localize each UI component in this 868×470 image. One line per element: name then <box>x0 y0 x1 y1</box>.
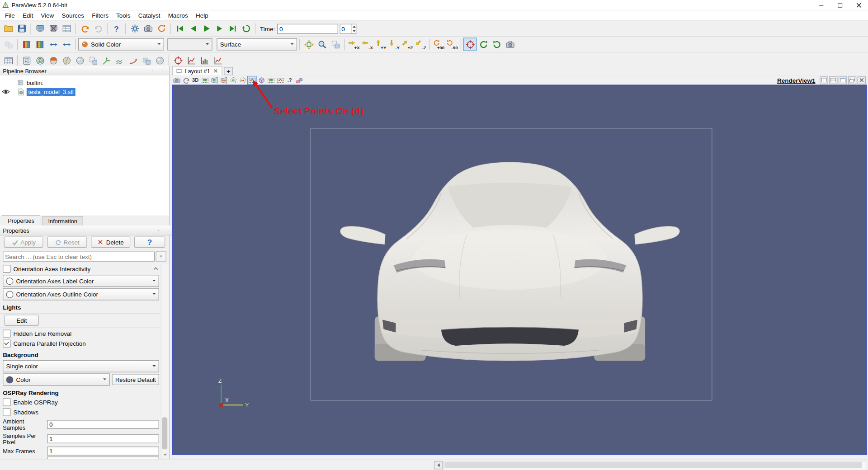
show-center-axes-toggle[interactable] <box>463 38 476 51</box>
apply-button[interactable]: Apply <box>4 237 43 248</box>
representation-combo[interactable]: Surface <box>217 38 297 51</box>
pipeline-item-tesla[interactable]: tesla_model_3.stl <box>0 87 169 96</box>
menu-edit[interactable]: Edit <box>19 10 37 20</box>
edit-lights-button[interactable]: Edit <box>5 315 39 326</box>
menu-help[interactable]: Help <box>192 10 212 20</box>
view-plus-y-button[interactable]: +Y <box>373 38 387 51</box>
block-colors-button[interactable] <box>2 38 15 51</box>
save-state-button[interactable] <box>60 22 73 35</box>
view-plus-z-button[interactable]: +Z <box>400 38 413 51</box>
undo-button[interactable] <box>78 22 91 35</box>
spreadsheet-view-button[interactable] <box>2 54 15 67</box>
auto-apply-toggle[interactable] <box>128 22 141 35</box>
open-file-button[interactable] <box>2 22 15 35</box>
clip-filter-button[interactable] <box>47 54 60 67</box>
pipeline-close-button[interactable] <box>159 67 166 74</box>
reset-camera-button[interactable] <box>302 38 315 51</box>
restore-default-button[interactable]: Restore Default <box>112 374 159 385</box>
close-view-button[interactable] <box>858 76 866 84</box>
glyph-filter-button[interactable] <box>100 54 113 67</box>
hidden-line-removal-checkbox[interactable] <box>3 329 10 337</box>
extract-subset-button[interactable] <box>86 54 99 67</box>
help-button[interactable]: ? <box>110 22 123 35</box>
menu-view[interactable]: View <box>37 10 58 20</box>
next-frame-button[interactable] <box>213 22 226 35</box>
menu-filters[interactable]: Filters <box>88 10 113 20</box>
frame-index-input[interactable] <box>340 24 352 33</box>
shadows-checkbox[interactable] <box>3 409 10 416</box>
scroll-left-button[interactable] <box>434 461 443 469</box>
contour-filter-button[interactable] <box>33 54 47 67</box>
rescale-data-range-button[interactable] <box>47 38 60 51</box>
view-minus-z-button[interactable]: -Z <box>414 38 427 51</box>
orientation-axes-label-color-combo[interactable]: Orientation Axes Label Color <box>3 275 159 287</box>
advanced-properties-toggle[interactable] <box>156 251 166 261</box>
scroll-down-button[interactable] <box>161 451 169 458</box>
probe-location-button[interactable] <box>171 54 184 67</box>
rotate-90-cw-button[interactable]: +90 <box>432 38 445 51</box>
disconnect-server-button[interactable] <box>47 22 60 35</box>
first-frame-button[interactable] <box>173 22 186 35</box>
maximize-button[interactable] <box>830 0 849 10</box>
menu-macros[interactable]: Macros <box>164 10 192 20</box>
orientation-axes-outline-color-combo[interactable]: Orientation Axes Outline Color <box>3 288 159 301</box>
hover-query-button[interactable]: .? <box>285 75 294 85</box>
pick-center-button[interactable] <box>476 38 490 51</box>
max-frames-input[interactable] <box>47 446 159 456</box>
adjust-camera-button[interactable] <box>172 75 181 85</box>
histogram-button[interactable] <box>198 54 211 67</box>
pipeline-item-builtin[interactable]: builtin: <box>0 78 169 87</box>
layout-tab[interactable]: Layout #1 <box>172 66 222 75</box>
interactive-select-points-button[interactable] <box>275 75 285 85</box>
select-cells-on-button[interactable] <box>200 75 210 85</box>
background-mode-combo[interactable]: Single color <box>3 360 159 372</box>
view-minus-x-button[interactable]: -X <box>360 38 373 51</box>
tab-information[interactable]: Information <box>42 216 83 226</box>
stream-tracer-button[interactable] <box>113 54 126 67</box>
camera-parallel-projection-checkbox[interactable] <box>3 340 10 348</box>
threshold-filter-button[interactable] <box>73 54 86 67</box>
scrollbar-thumb[interactable] <box>162 417 167 449</box>
split-vertical-button[interactable] <box>829 76 837 84</box>
select-points-on-button[interactable] <box>247 75 257 85</box>
split-horizontal-button[interactable] <box>820 76 828 84</box>
warp-by-vector-button[interactable] <box>127 54 140 67</box>
camera-undo-button[interactable] <box>142 22 155 35</box>
frame-index-spinbox[interactable] <box>340 24 357 33</box>
zoom-to-data-button[interactable] <box>316 38 329 51</box>
plot-over-line-button[interactable] <box>184 54 198 67</box>
menu-sources[interactable]: Sources <box>58 10 88 20</box>
play-button[interactable] <box>199 22 212 35</box>
samples-per-pixel-input[interactable] <box>47 434 159 443</box>
search-input[interactable] <box>3 251 155 261</box>
add-layout-button[interactable]: + <box>224 67 233 75</box>
calculator-filter-button[interactable] <box>20 54 33 67</box>
last-frame-button[interactable] <box>226 22 239 35</box>
select-block-button[interactable] <box>257 75 266 85</box>
horizontal-scrollbar-thumb[interactable] <box>444 462 862 468</box>
select-cells-through-button[interactable] <box>209 75 219 85</box>
catalyst-connect-button[interactable] <box>155 22 168 35</box>
color-component-combo[interactable] <box>167 38 212 51</box>
scalar-bar-toggle[interactable] <box>20 38 33 51</box>
tab-properties[interactable]: Properties <box>2 215 41 226</box>
collapse-section-button[interactable] <box>152 265 159 272</box>
render-view[interactable]: Z Y X <box>172 85 867 455</box>
reset-center-button[interactable] <box>490 38 503 51</box>
zoom-to-box-button[interactable] <box>329 38 342 51</box>
camera-undo-view-button[interactable] <box>181 75 191 85</box>
color-by-combo[interactable]: Solid Color <box>78 38 164 51</box>
properties-scrollbar[interactable] <box>161 264 169 458</box>
close-tab-icon[interactable] <box>213 68 218 74</box>
interactive-select-cells-button[interactable] <box>266 75 276 85</box>
menu-file[interactable]: File <box>1 10 19 20</box>
close-button[interactable] <box>849 0 868 10</box>
render-view-title[interactable]: RenderView1 <box>777 77 815 84</box>
toggle-2d3d-button[interactable]: 3D <box>191 75 200 85</box>
select-cells-polygon-button[interactable] <box>228 75 238 85</box>
tesla-model-3-model[interactable] <box>327 157 693 365</box>
rotate-90-ccw-button[interactable]: -90 <box>445 38 458 51</box>
reset-button[interactable]: Reset <box>47 237 87 248</box>
slice-filter-button[interactable] <box>60 54 73 67</box>
time-input[interactable] <box>277 24 338 33</box>
